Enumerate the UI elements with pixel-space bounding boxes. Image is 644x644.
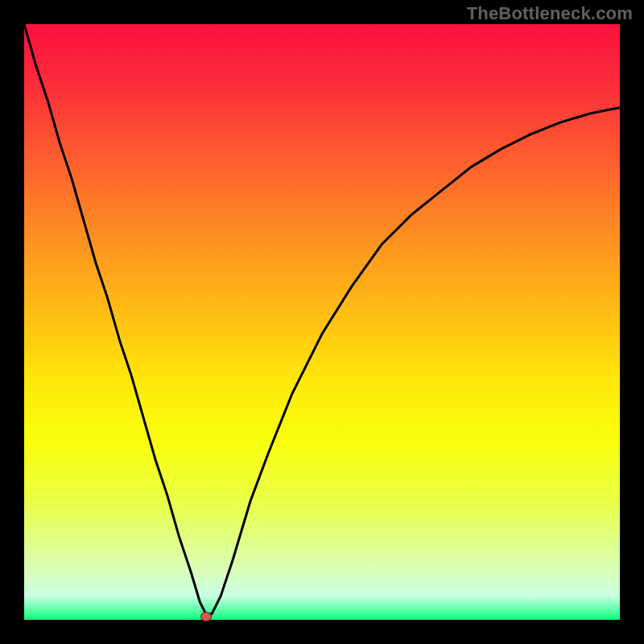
plot-gradient-area	[24, 24, 620, 620]
chart-frame: TheBottleneck.com	[0, 0, 644, 644]
watermark-label: TheBottleneck.com	[467, 3, 633, 24]
minimum-point-marker	[200, 612, 212, 621]
